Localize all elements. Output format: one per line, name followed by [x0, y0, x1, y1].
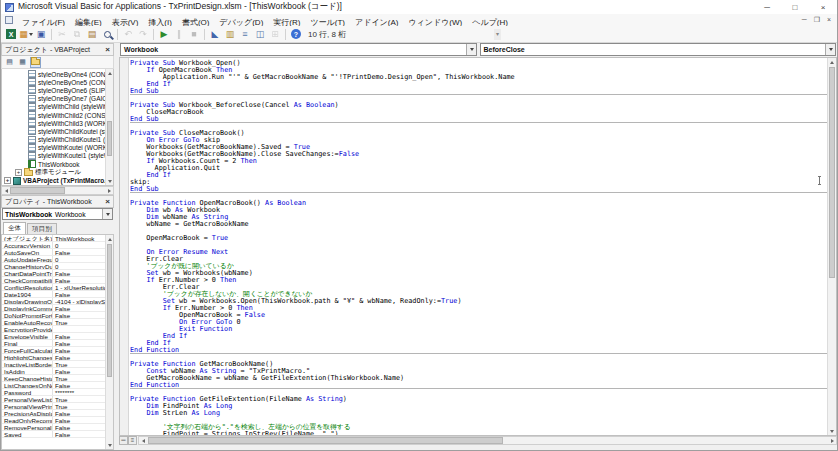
properties-vscrollbar[interactable] [105, 235, 113, 449]
scroll-left-icon[interactable] [139, 437, 147, 445]
scroll-down-icon[interactable] [106, 441, 114, 449]
property-value[interactable]: True [53, 361, 105, 367]
scrollbar-thumb[interactable] [107, 244, 112, 377]
property-row[interactable]: ForceFullCalculationFalse [2, 347, 105, 354]
code-line[interactable]: End Sub [130, 186, 827, 193]
tree-item[interactable]: +標準モジュール [2, 168, 105, 176]
scroll-up-icon[interactable] [106, 235, 114, 243]
code-line[interactable] [130, 242, 827, 249]
tree-item[interactable]: styleWithChildKoutei1 (W [2, 136, 105, 144]
scroll-down-icon[interactable] [828, 427, 836, 435]
tab-alphabetic[interactable]: 全体 [3, 222, 26, 234]
property-row[interactable]: ChangeHistoryDuration0 [2, 263, 105, 270]
scroll-up-icon[interactable] [828, 58, 836, 66]
code-line[interactable]: Dim FindPoint As Long [130, 403, 827, 410]
property-value[interactable]: -4104 - xlDisplayS [53, 298, 105, 304]
property-row[interactable]: ReadOnlyRecommendedFalse [2, 417, 105, 424]
property-row[interactable]: PrecisionAsDisplayedFalse [2, 410, 105, 417]
property-value[interactable]: False [53, 417, 105, 423]
code-line[interactable]: CloseMacroBook [130, 109, 827, 116]
code-line[interactable]: Dim StrLen As Long [130, 410, 827, 417]
design-mode-button[interactable]: ◣ [208, 28, 222, 41]
project-explorer-button[interactable]: ▥ [223, 28, 237, 41]
minimize-button[interactable]: ─ [753, 0, 781, 14]
code-line[interactable]: On Error GoTo 0 [130, 319, 827, 326]
expand-icon[interactable]: + [4, 177, 11, 184]
view-code-button[interactable]: ▤ [4, 57, 15, 68]
project-panel-close-icon[interactable]: × [105, 45, 110, 54]
code-hscrollbar[interactable] [138, 436, 837, 445]
insert-userform-button[interactable]: ▦ [19, 28, 33, 41]
property-row[interactable]: Date1904False [2, 291, 105, 298]
property-row[interactable]: RemovePersonalInformationFalse [2, 424, 105, 431]
property-row[interactable]: EnvelopeVisibleFalse [2, 333, 105, 340]
properties-window-button[interactable]: ≡ [238, 28, 252, 41]
toggle-folders-button[interactable] [30, 57, 41, 68]
code-line[interactable]: Private Function GetFileExtention(FileNa… [130, 396, 827, 403]
tree-item[interactable]: ThisWorkbook [2, 160, 105, 168]
code-vscrollbar[interactable] [827, 58, 836, 435]
code-line[interactable]: End If [130, 340, 827, 347]
property-row[interactable]: ConflictResolution1 - xlUserResolution [2, 284, 105, 291]
property-value[interactable]: False [53, 277, 105, 283]
chevron-down-icon[interactable] [825, 44, 835, 55]
property-row[interactable]: (オブジェクト名)ThisWorkbook [2, 235, 105, 242]
scroll-right-icon[interactable] [828, 437, 836, 445]
scroll-right-icon[interactable] [105, 187, 113, 195]
tree-item[interactable]: styleOneByOne7 (GAIC3 [2, 95, 105, 103]
code-line[interactable]: OpenMacroBook = True [130, 235, 827, 242]
mdi-close-button[interactable]: × [827, 14, 831, 26]
event-dropdown[interactable]: BeforeClose [480, 43, 837, 56]
view-excel-button[interactable]: X [4, 28, 18, 41]
property-row[interactable]: InactiveListBorderVisibleTrue [2, 361, 105, 368]
property-row[interactable]: DisplayDrawingObjects-4104 - xlDisplayS [2, 298, 105, 305]
project-tree-hscrollbar[interactable] [1, 186, 114, 195]
code-line[interactable]: Dim wb As Workbook [130, 207, 827, 214]
property-value[interactable]: True [53, 396, 105, 402]
property-row[interactable]: EnableAutoRecoverTrue [2, 319, 105, 326]
tree-item[interactable]: styleWithChild (styleWith [2, 103, 105, 111]
property-value[interactable]: 0 [53, 242, 105, 248]
properties-grid[interactable]: (オブジェクト名)ThisWorkbookAccuracyVersion0Aut… [1, 234, 114, 450]
code-line[interactable]: Private Function OpenMacroBook() As Bool… [130, 200, 827, 207]
property-row[interactable]: EncryptionProvider [2, 326, 105, 333]
help-button[interactable]: ? [289, 28, 303, 41]
tree-item[interactable]: +VBAProject (TxPrintMacro.x [2, 176, 105, 184]
code-line[interactable]: End Sub [130, 88, 827, 95]
property-value[interactable]: ******** [53, 389, 105, 395]
property-row[interactable]: HighlightChangesOnScreenFalse [2, 354, 105, 361]
code-line[interactable]: Application.Quit [130, 165, 827, 172]
project-tree[interactable]: styleOneByOne4 (CONSstyleOneByOne5 (CONS… [1, 69, 114, 186]
chevron-down-icon[interactable] [102, 209, 112, 219]
tree-item[interactable]: styleOneByOne6 (SLIP3 [2, 86, 105, 94]
property-value[interactable]: False [53, 340, 105, 346]
code-line[interactable]: skip: [130, 179, 827, 186]
tree-item[interactable]: styleWithChild3 (WORK2) [2, 119, 105, 127]
property-value[interactable]: False [53, 354, 105, 360]
code-line[interactable]: Err.Clear [130, 256, 827, 263]
code-line[interactable]: End If [130, 172, 827, 179]
chevron-down-icon[interactable] [29, 33, 33, 36]
scrollbar-thumb[interactable] [10, 187, 65, 194]
mdi-minimize-button[interactable]: ─ [802, 14, 807, 26]
code-line[interactable]: End Sub [130, 116, 827, 123]
code-line[interactable]: Private Sub Workbook_Open() [130, 60, 827, 67]
scroll-left-icon[interactable] [2, 187, 10, 195]
property-value[interactable]: False [53, 410, 105, 416]
tree-item[interactable]: styleWithChild2 (CONS2) [2, 111, 105, 119]
code-line[interactable]: On Error Resume Next [130, 249, 827, 256]
property-row[interactable]: AutoSaveOnFalse [2, 249, 105, 256]
code-line[interactable]: Exit Function [130, 326, 827, 333]
paste-button[interactable]: ▤ [85, 28, 99, 41]
code-line[interactable]: If Err.Number > 0 Then [130, 277, 827, 284]
code-line[interactable]: If Workbooks.Count = 2 Then [130, 158, 827, 165]
property-value[interactable]: 1 - xlUserResolution [53, 284, 105, 290]
property-row[interactable]: PersonalViewListSettingsTrue [2, 396, 105, 403]
tree-item[interactable]: styleWithKoutei1 (styleW [2, 152, 105, 160]
code-line[interactable]: GetMacroBookName = wbName & GetFileExten… [130, 375, 827, 382]
procedure-view-button[interactable]: ═ [119, 436, 128, 445]
property-row[interactable]: FinalFalse [2, 340, 105, 347]
property-value[interactable]: False [53, 305, 105, 311]
property-row[interactable]: DoNotPromptForConvertFalse [2, 312, 105, 319]
property-value[interactable]: 0 [53, 256, 105, 262]
